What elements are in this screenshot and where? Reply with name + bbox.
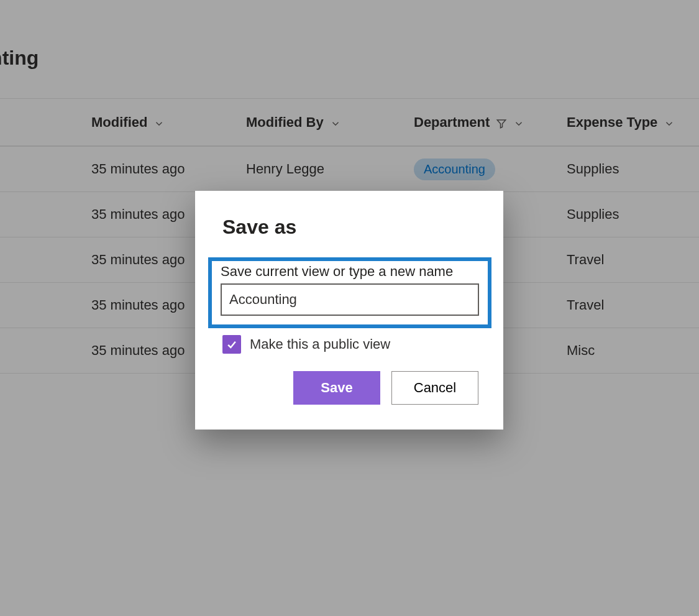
highlighted-field: Save current view or type a new name — [208, 257, 491, 328]
save-button[interactable]: Save — [293, 371, 380, 405]
cancel-button[interactable]: Cancel — [391, 371, 478, 405]
checkbox-checked[interactable] — [222, 335, 241, 354]
dialog-buttons: Save Cancel — [222, 371, 478, 405]
dialog-title: Save as — [222, 216, 478, 239]
view-name-label: Save current view or type a new name — [221, 264, 479, 280]
public-view-option[interactable]: Make this a public view — [222, 335, 478, 354]
public-view-label: Make this a public view — [250, 336, 390, 352]
view-name-input[interactable] — [221, 283, 479, 316]
